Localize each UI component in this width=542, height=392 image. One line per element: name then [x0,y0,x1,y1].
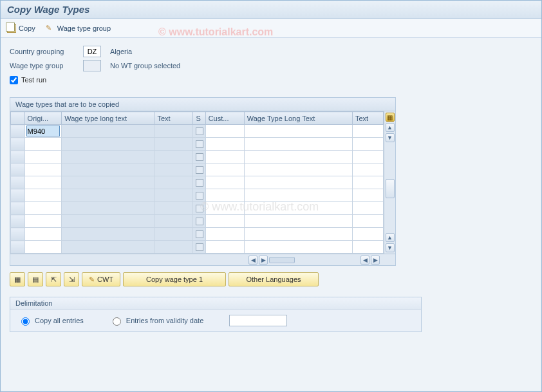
table-settings-icon[interactable]: ▦ [386,113,395,122]
scroll-up-icon[interactable]: ▲ [386,123,395,132]
row-selector[interactable] [11,202,25,215]
orig-input[interactable] [26,203,61,214]
cell-long2[interactable] [244,241,352,254]
wage-type-group-input[interactable] [83,60,101,71]
row-selector[interactable] [11,125,25,138]
cell-cust[interactable] [205,151,244,163]
wage-type-group-button[interactable]: ✎ Wage type group [46,24,111,33]
cell-text1[interactable] [154,176,193,189]
cell-s[interactable] [193,189,205,202]
cell-orig[interactable] [24,202,62,215]
scroll-up2-icon[interactable]: ▲ [386,233,395,242]
cell-long1[interactable] [62,138,154,151]
cell-long2[interactable] [244,228,352,241]
cell-text2[interactable] [352,138,383,151]
cell-text1[interactable] [154,241,193,254]
col-text2[interactable]: Text [352,112,383,125]
copy-all-radio-input[interactable] [21,317,30,326]
entries-from-date-radio[interactable]: Entries from validity date [109,315,203,326]
cell-long1[interactable] [62,228,154,241]
cell-cust[interactable] [205,228,244,241]
cell-long2[interactable] [244,151,352,163]
copy-wage-type-1-button[interactable]: Copy wage type 1 [123,272,226,286]
hscroll-left2-icon[interactable]: ◀ [360,256,369,265]
hscroll-right-icon[interactable]: ▶ [259,256,268,265]
cell-s[interactable] [193,228,205,241]
col-cust[interactable]: Cust... [205,112,244,125]
cell-text2[interactable] [352,228,383,241]
hscroll-track[interactable] [269,257,295,263]
last-page-button[interactable]: ⇲ [64,272,79,286]
cell-orig[interactable] [24,189,62,202]
cell-text1[interactable] [154,202,193,215]
cell-s[interactable] [193,163,205,176]
validity-date-input[interactable] [229,315,287,326]
col-long1[interactable]: Wage type long text [62,112,154,125]
cell-long1[interactable] [62,202,154,215]
cell-text1[interactable] [154,151,193,163]
cell-text1[interactable] [154,215,193,228]
orig-input[interactable] [26,126,61,136]
orig-input[interactable] [26,241,61,252]
col-long2[interactable]: Wage Type Long Text [244,112,352,125]
country-grouping-input[interactable] [83,46,101,57]
cell-text2[interactable] [352,176,383,189]
row-selector[interactable] [11,241,25,254]
cell-cust[interactable] [205,189,244,202]
cell-orig[interactable] [24,215,62,228]
hscroll-left-icon[interactable]: ◀ [248,256,257,265]
cell-long2[interactable] [244,138,352,151]
select-all-button[interactable]: ▦ [10,272,25,286]
cell-orig[interactable] [24,138,62,151]
col-orig[interactable]: Origi... [24,112,62,125]
row-selector[interactable] [11,138,25,151]
row-selector[interactable] [11,228,25,241]
other-languages-button[interactable]: Other Languages [229,272,319,286]
row-selector[interactable] [11,215,25,228]
cell-orig[interactable] [24,241,62,254]
cell-long2[interactable] [244,163,352,176]
deselect-all-button[interactable]: ▤ [28,272,43,286]
cell-long2[interactable] [244,189,352,202]
cell-s[interactable] [193,215,205,228]
copy-all-entries-radio[interactable]: Copy all entries [18,315,84,326]
orig-input[interactable] [26,138,61,149]
cell-long1[interactable] [62,176,154,189]
orig-input[interactable] [26,216,61,227]
cell-long1[interactable] [62,163,154,176]
row-selector[interactable] [11,176,25,189]
cell-s[interactable] [193,176,205,189]
orig-input[interactable] [26,164,61,175]
cell-long2[interactable] [244,202,352,215]
cell-s[interactable] [193,125,205,138]
cell-text1[interactable] [154,125,193,138]
cell-long1[interactable] [62,125,154,138]
orig-input[interactable] [26,229,61,239]
cell-text1[interactable] [154,163,193,176]
first-page-button[interactable]: ⇱ [46,272,61,286]
cell-orig[interactable] [24,163,62,176]
cell-text1[interactable] [154,189,193,202]
cell-text1[interactable] [154,228,193,241]
cwt-button[interactable]: ✎ CWT [82,272,120,286]
cell-orig[interactable] [24,176,62,189]
cell-text2[interactable] [352,202,383,215]
col-s[interactable]: S [193,112,205,125]
cell-orig[interactable] [24,228,62,241]
cell-cust[interactable] [205,202,244,215]
cell-text2[interactable] [352,151,383,163]
orig-input[interactable] [26,190,61,201]
cell-s[interactable] [193,138,205,151]
cell-long2[interactable] [244,125,352,138]
scroll-down-icon[interactable]: ▼ [386,133,395,142]
test-run-checkbox[interactable] [10,76,18,84]
cell-s[interactable] [193,202,205,215]
orig-input[interactable] [26,151,61,162]
cell-long1[interactable] [62,241,154,254]
cell-text2[interactable] [352,215,383,228]
row-selector[interactable] [11,151,25,163]
cell-text2[interactable] [352,189,383,202]
orig-input[interactable] [26,177,61,188]
row-selector[interactable] [11,163,25,176]
cell-s[interactable] [193,151,205,163]
